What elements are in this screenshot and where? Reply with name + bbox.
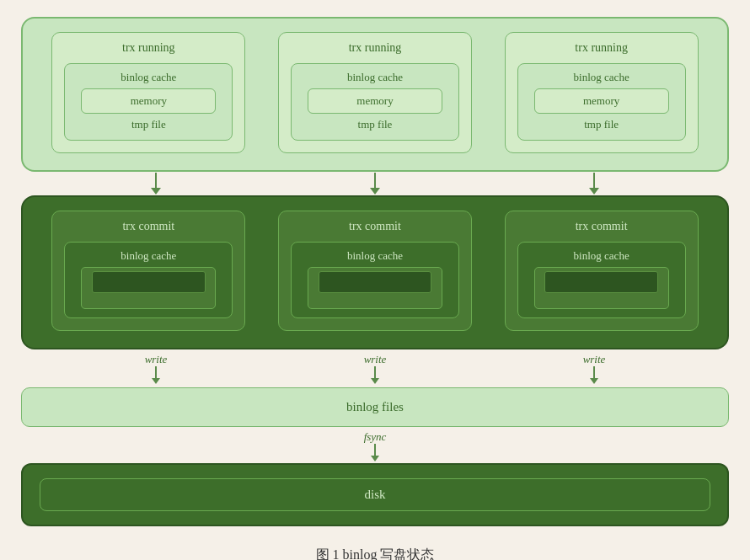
memory-box-3: memory [534,88,669,114]
binlog-cache-dark-2: binlog cache [291,242,459,318]
binlog-cache-inner-2: binlog cache memory tmp file [291,63,459,141]
write-labels-row: write write write [21,349,729,386]
memory-box-2: memory [308,88,442,114]
trx-commit-title-1: trx commit [122,220,174,233]
trx-running-section: trx running binlog cache memory tmp file… [21,17,729,172]
trx-commit-title-3: trx commit [576,220,628,233]
write-head-2 [371,378,379,384]
trx-commit-section: trx commit binlog cache trx commit binlo… [21,195,729,349]
write-shaft-1 [155,366,157,378]
fsync-row: fsync [21,429,729,463]
trx-running-box-1: trx running binlog cache memory tmp file [51,32,245,153]
write-head-3 [590,378,598,384]
binlog-cache-dark-1: binlog cache [64,242,233,318]
disk-inner: disk [40,478,710,511]
arrows-to-commit [21,172,729,195]
arrow-head-3 [589,188,599,195]
diagram-container: trx running binlog cache memory tmp file… [21,17,729,526]
memory-box-1: memory [81,88,216,114]
inner-box-darker-3 [544,271,657,293]
binlog-cache-label-1: binlog cache [121,71,176,84]
write-label-3: write [583,353,606,366]
trx-commit-box-2: trx commit binlog cache [278,211,472,331]
arrow-down-2 [278,173,472,195]
inner-box-dark-2 [308,267,442,309]
inner-box-dark-1 [81,267,216,309]
trx-running-title-1: trx running [122,41,175,55]
arrow-down-3 [497,173,691,195]
binlog-cache-inner-3: binlog cache memory tmp file [517,63,686,141]
inner-box-dark-3 [534,267,669,309]
trx-commit-box-1: trx commit binlog cache [51,211,245,331]
trx-commit-box-3: trx commit binlog cache [505,211,699,331]
write-head-1 [152,378,160,384]
fsync-head [371,456,379,461]
arrow-head-2 [370,188,380,195]
arrow-shaft-3 [593,173,595,188]
trx-running-title-2: trx running [349,41,402,55]
fsync-shaft [374,444,376,456]
binlog-cache-label-3: binlog cache [574,71,629,84]
write-label-2: write [364,353,387,366]
arrow-down-1 [59,173,253,195]
inner-box-darker-1 [92,271,205,293]
tmp-file-label-3: tmp file [584,118,619,131]
binlog-files-section: binlog files [21,387,729,427]
trx-running-box-3: trx running binlog cache memory tmp file [505,32,699,153]
binlog-cache-dark-3: binlog cache [517,242,686,318]
write-label-1: write [145,353,168,366]
tmp-file-label-1: tmp file [131,118,166,131]
disk-section: disk [21,463,729,526]
binlog-cache-label-2: binlog cache [347,71,403,84]
trx-commit-title-2: trx commit [349,220,401,233]
caption: 图 1 binlog 写盘状态 [316,547,435,560]
trx-running-box-2: trx running binlog cache memory tmp file [278,32,472,153]
write-shaft-2 [374,366,376,378]
trx-running-title-3: trx running [575,41,628,55]
arrow-head-1 [151,188,161,195]
binlog-cache-dark-label-3: binlog cache [574,249,629,263]
write-col-2: write [278,353,472,384]
arrow-shaft-2 [374,173,376,188]
binlog-cache-inner-1: binlog cache memory tmp file [64,63,233,141]
binlog-files-label: binlog files [346,400,404,413]
tmp-file-label-2: tmp file [358,118,393,131]
arrow-shaft-1 [155,173,157,188]
write-col-3: write [497,353,691,384]
fsync-label: fsync [364,430,387,444]
write-shaft-3 [593,366,595,378]
disk-label: disk [364,488,385,501]
inner-box-darker-2 [319,271,431,293]
write-col-1: write [59,353,253,384]
binlog-cache-dark-label-1: binlog cache [121,249,176,263]
binlog-cache-dark-label-2: binlog cache [347,249,403,263]
